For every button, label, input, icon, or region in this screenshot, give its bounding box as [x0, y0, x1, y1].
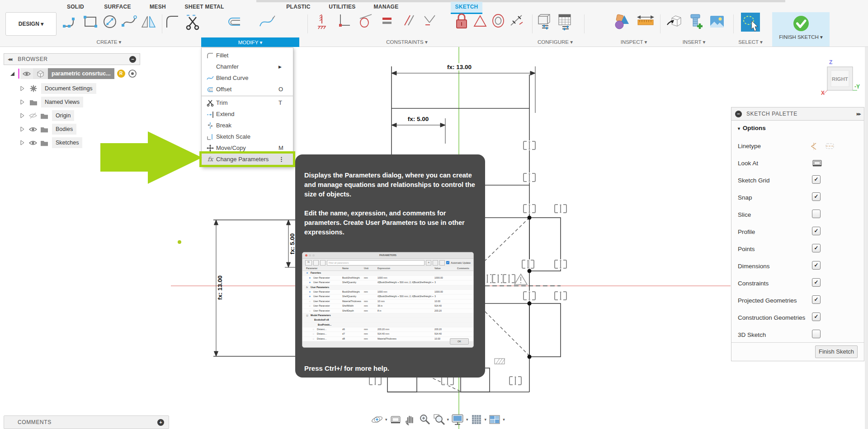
expand-chevron-icon[interactable]	[20, 126, 25, 132]
menu-item-fillet[interactable]: Fillet	[202, 50, 293, 61]
insert-canvas-image-icon[interactable]	[708, 13, 726, 31]
activate-radio-icon[interactable]	[128, 69, 137, 78]
tab-mesh[interactable]: MESH	[150, 4, 166, 10]
menu-item-sketch-scale[interactable]: Sketch Scale	[202, 131, 293, 142]
menu-item-blend-curve[interactable]: Blend Curve	[202, 72, 293, 84]
hidden-eye-icon[interactable]	[28, 112, 38, 119]
section-collapse-icon[interactable]: ▼	[737, 126, 741, 131]
browser-root-row[interactable]: parametric consrtuc... R	[4, 68, 137, 79]
browser-row-origin[interactable]: Origin	[4, 110, 74, 121]
minimize-panel-icon[interactable]: −	[735, 111, 742, 117]
dropdown-caret-icon[interactable]: ▾	[385, 417, 387, 422]
slice-checkbox[interactable]	[812, 210, 821, 218]
group-label-create[interactable]: CREATE ▾	[97, 39, 122, 45]
collapse-panel-icon[interactable]: ◀◀	[8, 57, 11, 61]
circle-tool-icon[interactable]	[101, 13, 119, 31]
pan-icon[interactable]	[404, 413, 416, 426]
menu-item-change-parameters[interactable]: fx Change Parameters ⋮	[202, 154, 293, 165]
construction-geometries-checkbox[interactable]: ✓	[812, 312, 821, 321]
3d-sketch-checkbox[interactable]	[812, 330, 821, 338]
visibility-eye-icon[interactable]	[20, 68, 33, 79]
finish-sketch-check-icon[interactable]	[772, 12, 830, 33]
finish-sketch-block[interactable]: FINISH SKETCH ▾	[772, 12, 830, 47]
vertical-horizontal-constraint-icon[interactable]	[336, 13, 351, 28]
group-label-finish-sketch[interactable]: FINISH SKETCH ▾	[772, 34, 830, 40]
tab-sheet-metal[interactable]: SHEET METAL	[184, 4, 224, 10]
dimensions-checkbox[interactable]: ✓	[812, 261, 821, 270]
dropdown-caret-icon[interactable]: ▾	[466, 417, 468, 422]
blend-curve-tool-icon[interactable]	[258, 13, 276, 31]
offset-tool-icon[interactable]	[226, 13, 244, 31]
orbit-icon[interactable]	[371, 413, 383, 426]
minimize-panel-icon[interactable]: −	[129, 56, 136, 63]
tab-utilities[interactable]: UTILITIES	[329, 4, 355, 10]
collapse-panel-icon[interactable]: ▶▶	[857, 112, 860, 116]
browser-item-label[interactable]: Origin	[52, 110, 74, 121]
look-at-icon[interactable]	[812, 159, 823, 169]
group-label-constraints[interactable]: CONSTRAINTS ▾	[386, 39, 427, 45]
constraints-checkbox[interactable]: ✓	[812, 278, 821, 287]
tab-plastic[interactable]: PLASTIC	[286, 4, 310, 10]
modify-menu-header[interactable]: MODIFY ▾	[201, 37, 299, 47]
centerline-linetype-icon[interactable]	[825, 142, 835, 153]
browser-item-label[interactable]: Named Views	[41, 97, 83, 107]
dropdown-caret-icon[interactable]: ▾	[503, 417, 505, 422]
menu-item-chamfer[interactable]: Chamfer ▶	[202, 61, 293, 72]
finish-sketch-button[interactable]: Finish Sketch	[815, 345, 858, 358]
trim-tool-icon[interactable]	[184, 13, 203, 31]
browser-item-label[interactable]: Document Settings	[41, 83, 96, 94]
viewports-icon[interactable]	[488, 413, 501, 426]
root-document-name[interactable]: parametric consrtuc...	[48, 68, 114, 79]
mirror-tool-icon[interactable]	[140, 13, 158, 31]
browser-row-document-settings[interactable]: Document Settings	[4, 83, 96, 94]
viewcube[interactable]: RIGHT Z X -Y	[817, 54, 863, 96]
configure-feature-icon[interactable]	[536, 13, 554, 31]
snap-checkbox[interactable]: ✓	[812, 192, 821, 201]
browser-row-bodies[interactable]: Bodies	[4, 124, 76, 135]
tangent-constraint-icon[interactable]	[358, 13, 374, 29]
projected-geometries-checkbox[interactable]: ✓	[812, 295, 821, 304]
lock-constraint-icon[interactable]	[453, 12, 470, 31]
group-label-configure[interactable]: CONFIGURE ▾	[538, 39, 573, 45]
design-workspace-button[interactable]: DESIGN ▾	[5, 12, 57, 36]
points-checkbox[interactable]: ✓	[812, 244, 821, 252]
fix-constraint-icon[interactable]	[314, 13, 330, 31]
menu-item-trim[interactable]: Trim T	[202, 97, 293, 108]
options-section-header[interactable]: ▼ Options	[737, 125, 766, 131]
tab-solid[interactable]: SOLID	[67, 4, 84, 10]
sketch-grid-checkbox[interactable]: ✓	[812, 175, 821, 184]
expand-chevron-icon[interactable]	[20, 140, 25, 146]
inspect-shapes-icon[interactable]	[613, 13, 632, 32]
line-tool-icon[interactable]	[61, 13, 80, 31]
collinear-constraint-icon[interactable]	[422, 13, 437, 28]
browser-row-named-views[interactable]: Named Views	[4, 97, 83, 107]
expand-chevron-icon[interactable]	[20, 85, 25, 92]
triangle-constraint-icon[interactable]	[472, 13, 488, 29]
fillet-tool-icon[interactable]	[164, 13, 182, 31]
menu-item-extend[interactable]: Extend	[202, 108, 293, 120]
comments-bar[interactable]: COMMENTS +	[4, 415, 169, 429]
measure-ruler-icon[interactable]	[635, 13, 656, 31]
expand-chevron-icon[interactable]	[20, 112, 25, 119]
dropdown-caret-icon[interactable]: ▾	[447, 417, 449, 422]
select-tool-icon[interactable]	[741, 12, 760, 32]
right-scroll-strip[interactable]	[865, 47, 868, 429]
expand-root-icon[interactable]	[9, 70, 15, 77]
tab-sketch[interactable]: SKETCH	[455, 4, 478, 10]
browser-row-sketches[interactable]: Sketches	[4, 137, 82, 148]
tab-surface[interactable]: SURFACE	[104, 4, 131, 10]
parallel-constraint-icon[interactable]	[401, 13, 416, 28]
browser-item-label[interactable]: Bodies	[52, 124, 76, 135]
loose-sketch-point[interactable]	[178, 240, 181, 244]
browser-header[interactable]: ◀◀ BROWSER −	[4, 53, 140, 65]
add-comment-icon[interactable]: +	[157, 419, 164, 426]
zoom-window-icon[interactable]	[433, 413, 445, 426]
visibility-eye-icon[interactable]	[28, 126, 38, 132]
rectangle-tool-icon[interactable]	[81, 13, 99, 31]
symmetry-constraint-icon[interactable]	[508, 13, 524, 29]
zoom-icon[interactable]	[418, 413, 431, 426]
menu-item-offset[interactable]: Offset O	[202, 84, 293, 95]
expand-chevron-icon[interactable]	[20, 99, 25, 105]
tab-manage[interactable]: MANAGE	[373, 4, 398, 10]
grid-settings-icon[interactable]	[470, 413, 483, 426]
